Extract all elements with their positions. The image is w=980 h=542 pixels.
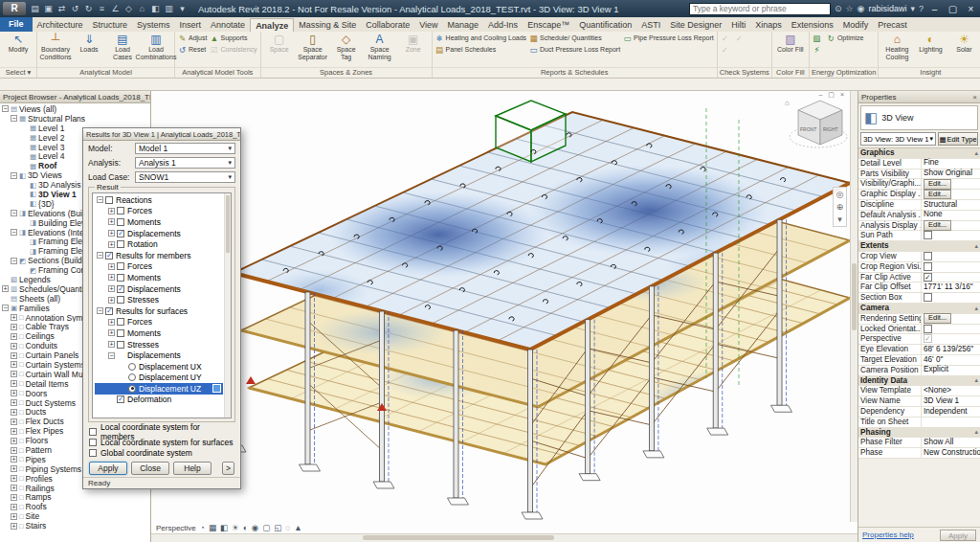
property-value[interactable]: New Construction <box>922 448 980 459</box>
tree-item[interactable]: + □ Stairs <box>0 521 150 531</box>
expander-icon[interactable]: + <box>11 380 17 387</box>
ribbon-tab[interactable]: Massing & Site <box>294 18 361 32</box>
ribbon-button[interactable]: ◇Space Tag <box>330 33 363 66</box>
search-icon[interactable]: ⊙ <box>835 4 842 13</box>
ribbon-tab[interactable]: Extensions <box>787 18 838 32</box>
result-tree-row[interactable]: − Displacements <box>95 350 223 361</box>
property-value[interactable]: Fine <box>922 158 980 169</box>
checkbox-icon[interactable] <box>117 329 124 337</box>
view-control-icon[interactable]: ◉ <box>252 523 258 532</box>
expander-icon[interactable]: − <box>97 307 103 314</box>
result-tree-row[interactable]: + Displacements <box>95 283 223 295</box>
analysis-select[interactable]: Analysis 1 <box>135 157 235 169</box>
property-row[interactable]: Dependency Independent <box>858 407 980 418</box>
ribbon-tab[interactable]: Systems <box>132 18 175 32</box>
ribbon-tab[interactable]: Quantification <box>574 18 636 32</box>
property-row[interactable]: Identity Data ▴ <box>858 376 980 387</box>
ribbon-tab[interactable]: Hilti <box>726 18 750 32</box>
result-tree-row[interactable]: − Results for surfaces <box>95 305 223 317</box>
property-value[interactable]: 68' 6 139/256" <box>922 345 980 355</box>
view-control-icon[interactable]: ◌ <box>285 523 290 532</box>
property-value[interactable]: Edit... <box>924 179 951 190</box>
nav-icon[interactable]: ▾ <box>837 215 842 224</box>
result-tree-row[interactable]: Displacement UX <box>95 361 223 373</box>
qat-icon[interactable]: ∠ <box>109 1 122 16</box>
ribbon-tab[interactable]: Insert <box>175 18 207 32</box>
results-dialog[interactable]: Results for 3D View 1 | Analytical Loads… <box>82 127 241 489</box>
property-row[interactable]: Phase Filter Show All <box>858 438 980 448</box>
model-select[interactable]: Model 1 <box>135 143 235 154</box>
qat-icon[interactable]: ↺ <box>69 1 81 16</box>
ribbon-button[interactable]: ↻Optimize <box>826 33 865 44</box>
property-value[interactable]: Structural <box>922 200 980 211</box>
expander-icon[interactable]: + <box>11 324 17 330</box>
expander-icon[interactable]: + <box>11 494 17 501</box>
properties-apply-button[interactable]: Apply <box>940 530 976 541</box>
ribbon-button[interactable]: ❄Heating and Cooling Loads <box>434 33 527 44</box>
property-value[interactable] <box>922 272 980 282</box>
expander-icon[interactable]: + <box>11 343 17 350</box>
ribbon-tab[interactable]: ASTI <box>636 18 665 32</box>
ribbon-tab[interactable]: Annotate <box>206 18 250 32</box>
expander-icon[interactable]: − <box>108 352 115 359</box>
view-control-icon[interactable]: ▲ <box>294 523 301 532</box>
property-row[interactable]: Graphics ▴ <box>858 148 980 159</box>
property-row[interactable]: Phasing ▴ <box>858 428 980 439</box>
option-row[interactable]: Local coordinate system for surfaces <box>89 437 234 447</box>
checkbox-icon[interactable] <box>128 385 136 393</box>
expander-icon[interactable]: − <box>97 196 103 203</box>
help-button[interactable]: Help <box>173 462 212 475</box>
result-tree-row[interactable]: Displacement UZ <box>95 383 223 395</box>
user-menu-caret-icon[interactable]: ▾ <box>910 4 915 13</box>
drawing-area[interactable]: ⌂ FRONT RIGHT – ▢ × ◎⊕▾ Perspective ◔▦◧☀… <box>151 91 858 542</box>
expander-icon[interactable]: + <box>108 274 115 281</box>
expander-icon[interactable]: + <box>11 428 17 435</box>
property-value[interactable] <box>922 261 980 272</box>
expander-icon[interactable]: + <box>11 418 17 425</box>
property-value[interactable]: Edit... <box>924 190 951 200</box>
property-value[interactable]: ▴ <box>972 375 980 386</box>
qat-icon[interactable]: ▣ <box>42 1 55 16</box>
property-value[interactable]: ▴ <box>972 427 980 438</box>
modify-button[interactable]: ↖Modify <box>2 33 34 66</box>
view-scale-label[interactable]: Perspective <box>156 524 196 532</box>
option-row[interactable]: Local coordinate system for members <box>89 426 234 437</box>
checkbox-icon[interactable] <box>105 196 113 204</box>
checkbox-icon[interactable] <box>117 218 124 226</box>
property-row[interactable]: Target Elevation 46' 0" <box>858 355 980 366</box>
view-control-icon[interactable]: ◱ <box>274 523 281 532</box>
checkbox-icon[interactable] <box>128 373 136 381</box>
ribbon-button[interactable]: ◐Lighting <box>914 33 947 66</box>
expander-icon[interactable]: + <box>11 314 17 321</box>
3d-analytical-model[interactable]: ⌂ FRONT RIGHT <box>151 91 850 522</box>
view-select[interactable]: 3D View: 3D View 1 <box>860 132 936 146</box>
type-selector[interactable]: ◧ 3D View <box>860 105 978 130</box>
ribbon-button[interactable]: ☀Solar <box>947 33 980 66</box>
view-control-icon[interactable]: ▦ <box>209 523 216 532</box>
property-row[interactable]: View Name 3D View 1 <box>858 396 980 407</box>
tree-scrollbar[interactable] <box>224 193 231 418</box>
view-control-icon[interactable]: ◐ <box>243 523 248 532</box>
expander-icon[interactable]: + <box>11 409 17 416</box>
result-tree-row[interactable]: − Reactions <box>95 194 223 206</box>
property-value[interactable]: Independent <box>922 407 980 418</box>
option-row[interactable]: Global coordinate system <box>89 447 234 458</box>
checkbox-icon[interactable] <box>117 207 124 215</box>
ribbon-button[interactable]: ✓Check Duct Systems <box>720 33 733 44</box>
property-value[interactable]: 46' 0" <box>922 355 980 366</box>
checkbox-icon[interactable] <box>117 395 124 403</box>
tree-item[interactable]: + □ Site <box>0 511 150 521</box>
checkbox-icon[interactable] <box>117 274 124 282</box>
tree-item[interactable]: + □ Ramps <box>0 493 150 503</box>
ribbon-tab[interactable]: View <box>414 18 442 32</box>
restore-button[interactable]: ▢ <box>946 4 960 14</box>
property-value[interactable]: Edit... <box>924 313 951 324</box>
property-value[interactable] <box>922 324 980 334</box>
property-value[interactable]: Explicit <box>922 365 980 375</box>
checkbox-icon[interactable] <box>105 252 113 260</box>
checkbox-icon[interactable] <box>117 262 124 270</box>
ribbon-button[interactable]: ┴Boundary Conditions <box>39 33 72 66</box>
checkbox-icon[interactable] <box>117 341 124 349</box>
tree-item[interactable]: + □ Roofs <box>0 502 150 511</box>
expander-icon[interactable]: − <box>2 305 9 311</box>
